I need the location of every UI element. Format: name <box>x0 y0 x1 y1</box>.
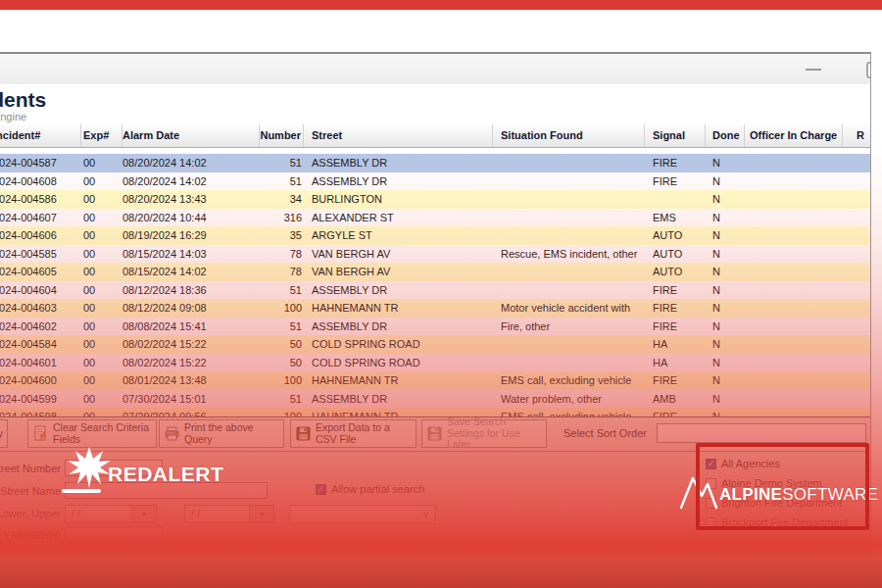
table-row[interactable]: 2024-004602 00 08/08/2024 15:41 51 ASSEM… <box>0 318 870 336</box>
situation-found-cell <box>493 226 645 245</box>
column-header[interactable]: Street <box>304 124 493 147</box>
sort-order-input[interactable] <box>657 423 866 443</box>
date-upper-field[interactable]: / / ▼ <box>184 505 274 523</box>
signal-cell: HA <box>645 354 706 372</box>
incident-number-cell: 2024-004585 <box>0 245 81 264</box>
page-title: Incidents <box>0 88 870 111</box>
officer-in-charge-cell <box>745 190 843 209</box>
table-row[interactable]: 2024-004601 00 08/02/2024 15:22 50 COLD … <box>0 354 870 372</box>
clear-search-criteria-button[interactable]: Clear Search Criteria Fields <box>27 419 157 448</box>
table-row[interactable]: 2024-004599 00 07/30/2024 15:01 51 ASSEM… <box>0 390 870 409</box>
top-red-bar <box>0 0 882 10</box>
save-disk-icon <box>295 425 312 442</box>
r-cell <box>843 335 870 354</box>
table-row[interactable]: 2024-004604 00 08/12/2024 18:36 51 ASSEM… <box>0 281 870 300</box>
street-cell: ALEXANDER ST <box>304 209 493 227</box>
agency-checkbox-brockport[interactable]: Brockport Fire Department <box>706 516 849 528</box>
exp-cell: 00 <box>81 354 122 372</box>
agency-checkbox-all[interactable]: ✓ All Agencies <box>706 458 780 469</box>
situation-found-cell: Water problem, other <box>493 390 645 409</box>
signal-cell <box>645 190 706 209</box>
table-row[interactable]: 2024-004587 00 08/20/2024 14:02 51 ASSEM… <box>0 154 870 172</box>
exp-cell: 00 <box>81 335 122 354</box>
cut-off-button[interactable]: y <box>0 419 8 448</box>
column-header[interactable]: R <box>843 124 870 147</box>
officer-in-charge-cell <box>745 354 843 372</box>
table-row[interactable]: 2024-004584 00 08/02/2024 15:22 50 COLD … <box>0 335 870 354</box>
table-row[interactable]: 2024-004598 00 07/29/2024 09:56 100 HAHN… <box>0 408 870 416</box>
street-number-cell: 35 <box>260 226 304 245</box>
column-header[interactable]: Signal <box>645 124 706 147</box>
situation-found-cell: Rescue, EMS incident, other <box>493 245 645 264</box>
alarm-date-cell: 08/20/2024 13:43 <box>122 190 260 209</box>
maximize-icon[interactable] <box>866 62 871 78</box>
table-row[interactable]: 2024-004603 00 08/12/2024 09:08 100 HAHN… <box>0 299 870 318</box>
column-header[interactable]: Done <box>706 124 745 147</box>
promo-canvas: Incidents Search Engine Incident#Exp#Ala… <box>0 0 882 588</box>
empty-combobox[interactable]: ∨ <box>289 505 436 524</box>
exp-cell: 00 <box>81 408 122 416</box>
export-csv-button[interactable]: Export Data to a CSV File <box>290 419 416 448</box>
incident-number-cell: 2024-004608 <box>0 172 81 191</box>
street-number-cell: 51 <box>260 390 304 409</box>
situation-found-cell <box>493 190 645 209</box>
situation-found-cell <box>493 172 645 191</box>
street-cell: ASSEMBLY DR <box>304 390 493 409</box>
column-header[interactable]: Incident# <box>0 124 81 147</box>
checkbox-icon: ✓ <box>316 484 326 495</box>
dropdown-arrow-icon[interactable]: ▼ <box>131 506 156 522</box>
minimize-icon[interactable] <box>806 69 821 71</box>
exp-cell: 00 <box>81 281 122 300</box>
alarm-date-cell: 08/19/2024 16:29 <box>122 226 260 245</box>
signal-cell: AUTO <box>645 226 706 245</box>
table-row[interactable]: 2024-004600 00 08/01/2024 13:48 100 HAHN… <box>0 371 870 390</box>
select-sort-order-label: Select Sort Order <box>564 427 647 439</box>
alarm-date-cell: 08/12/2024 09:08 <box>122 299 260 318</box>
table-row[interactable]: 2024-004585 00 08/15/2024 14:03 78 VAN B… <box>0 245 870 264</box>
exp-cell: 00 <box>81 209 122 227</box>
table-row[interactable]: 2024-004606 00 08/19/2024 16:29 35 ARGYL… <box>0 226 870 245</box>
incident-number-cell: 2024-004607 <box>0 209 81 227</box>
exp-cell: 00 <box>81 226 122 245</box>
signal-cell: AUTO <box>645 245 706 264</box>
officer-in-charge-cell <box>745 335 843 354</box>
street-number-cell: 78 <box>260 263 304 281</box>
street-cell: HAHNEMANN TR <box>304 299 493 318</box>
situation-found-cell <box>493 354 645 372</box>
signal-cell: AMB <box>645 390 706 409</box>
column-header[interactable]: Exp# <box>81 124 122 147</box>
dropdown-arrow-icon[interactable]: ▼ <box>249 506 273 522</box>
allow-partial-search-label: Allow partial search <box>331 483 424 495</box>
incident-number-cell: 2024-004604 <box>0 281 81 300</box>
street-number-cell: 51 <box>260 281 304 300</box>
table-row[interactable]: 2024-004608 00 08/20/2024 14:02 51 ASSEM… <box>0 172 870 191</box>
table-row[interactable]: 2024-004607 00 08/20/2024 10:44 316 ALEX… <box>0 209 870 227</box>
alarm-date-cell: 08/12/2024 18:36 <box>122 281 260 300</box>
agency-label: All Agencies <box>721 458 780 469</box>
exp-cell: 00 <box>81 318 122 336</box>
r-cell <box>843 263 870 281</box>
officer-in-charge-cell <box>745 281 843 300</box>
print-query-button[interactable]: Print the above Query <box>159 419 284 448</box>
incident-number-input[interactable] <box>65 526 163 543</box>
alarm-date-cell: 08/02/2024 15:22 <box>122 335 260 354</box>
alarm-date-cell: 08/08/2024 15:41 <box>122 318 260 336</box>
date-lower-field[interactable]: / / ▼ <box>65 505 157 523</box>
save-search-settings-button[interactable]: Save Search Settings for Use Later <box>421 419 547 448</box>
table-header: Incident#Exp#Alarm DateNumberStreetSitua… <box>0 124 870 148</box>
done-cell: N <box>706 154 745 172</box>
r-cell <box>843 154 870 172</box>
column-header[interactable]: Alarm Date <box>122 124 260 147</box>
allow-partial-search-checkbox[interactable]: ✓ Allow partial search <box>316 483 424 495</box>
table-row[interactable]: 2024-004586 00 08/20/2024 13:43 34 BURLI… <box>0 190 870 209</box>
street-cell: ASSEMBLY DR <box>304 154 493 172</box>
table-row[interactable]: 2024-004605 00 08/15/2024 14:02 78 VAN B… <box>0 263 870 281</box>
r-cell <box>843 408 870 416</box>
column-header[interactable]: Situation Found <box>493 124 645 147</box>
street-number-cell: 316 <box>260 209 304 227</box>
column-header[interactable]: Officer In Charge <box>745 124 843 147</box>
redalert-logo-text: REDALERT <box>108 463 223 486</box>
column-header[interactable]: Number <box>260 124 304 147</box>
done-cell: N <box>706 354 745 372</box>
exp-cell: 00 <box>81 390 122 409</box>
